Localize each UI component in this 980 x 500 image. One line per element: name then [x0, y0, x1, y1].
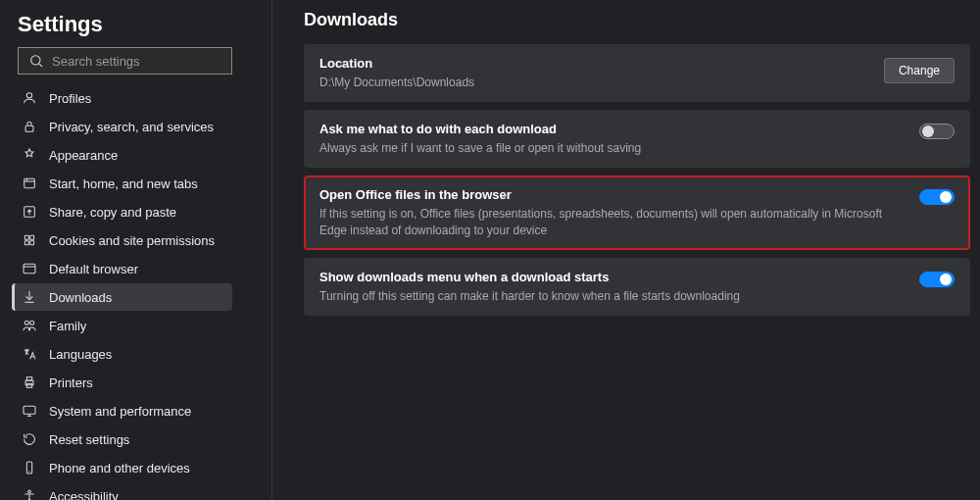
profile-icon	[22, 90, 37, 106]
search-input[interactable]	[52, 54, 221, 69]
setting-row-desc: Turning off this setting can make it har…	[319, 288, 906, 304]
sidebar-item-label: Cookies and site permissions	[49, 233, 215, 248]
sidebar-item-accessibility[interactable]: Accessibility	[12, 482, 232, 500]
sidebar-item-label: Family	[49, 319, 86, 333]
svg-rect-9	[30, 235, 34, 239]
svg-rect-11	[30, 241, 34, 245]
download-icon	[22, 289, 37, 305]
page-title: Downloads	[304, 4, 970, 44]
setting-row-action: Change	[884, 56, 955, 83]
svg-point-15	[30, 321, 34, 325]
sidebar-item-share[interactable]: Share, copy and paste	[12, 198, 232, 225]
sidebar-item-download[interactable]: Downloads	[12, 283, 232, 311]
sidebar-item-reset[interactable]: Reset settings	[12, 425, 232, 453]
setting-row: Show downloads menu when a download star…	[304, 258, 970, 316]
toggle-switch[interactable]	[919, 124, 955, 139]
setting-row-title: Open Office files in the browser	[319, 187, 906, 202]
svg-rect-10	[24, 241, 28, 245]
sidebar-item-profile[interactable]: Profiles	[12, 84, 232, 112]
svg-point-14	[24, 321, 28, 325]
toggle-switch[interactable]	[919, 189, 955, 205]
sidebar-item-appearance[interactable]: Appearance	[12, 141, 232, 169]
setting-row-title: Show downloads menu when a download star…	[319, 270, 906, 284]
setting-row-action	[919, 122, 955, 139]
share-icon	[22, 204, 37, 220]
sidebar-item-lock[interactable]: Privacy, search, and services	[12, 113, 232, 140]
svg-rect-8	[24, 235, 28, 239]
setting-row-action	[919, 270, 955, 287]
toggle-knob	[940, 191, 952, 203]
sidebar-item-label: Accessibility	[49, 489, 119, 501]
settings-rows: LocationD:\My Documents\DownloadsChangeA…	[304, 44, 970, 316]
setting-row-action	[919, 187, 955, 205]
lock-icon	[22, 119, 37, 134]
reset-icon	[22, 431, 37, 447]
sidebar-item-label: Default browser	[49, 262, 138, 276]
svg-point-0	[31, 56, 40, 65]
sidebar-item-family[interactable]: Family	[12, 312, 232, 339]
sidebar-item-label: Reset settings	[49, 432, 129, 447]
setting-row-title: Ask me what to do with each download	[319, 122, 906, 136]
printer-icon	[22, 375, 37, 390]
svg-line-1	[39, 64, 42, 67]
toggle-knob	[940, 274, 952, 285]
svg-rect-17	[26, 377, 31, 380]
toggle-knob	[922, 125, 934, 137]
svg-rect-18	[26, 383, 31, 387]
change-button[interactable]: Change	[884, 58, 955, 83]
system-icon	[22, 403, 37, 419]
sidebar-item-system[interactable]: System and performance	[12, 397, 232, 425]
accessibility-icon	[22, 488, 37, 500]
sidebar-item-label: Appearance	[49, 148, 118, 163]
sidebar-item-languages[interactable]: Languages	[12, 340, 232, 368]
startpage-icon	[22, 175, 37, 191]
svg-point-24	[28, 490, 31, 493]
toggle-switch[interactable]	[919, 272, 955, 287]
setting-row-text: LocationD:\My Documents\Downloads	[319, 56, 870, 90]
search-box[interactable]	[18, 47, 232, 75]
setting-row-text: Open Office files in the browserIf this …	[319, 187, 906, 237]
setting-row-desc: If this setting is on, Office files (pre…	[319, 206, 906, 237]
setting-row-text: Show downloads menu when a download star…	[319, 270, 906, 304]
setting-row: Ask me what to do with each downloadAlwa…	[304, 110, 970, 168]
svg-rect-19	[24, 406, 35, 414]
sidebar-item-label: Phone and other devices	[49, 461, 190, 475]
sidebar-item-cookies[interactable]: Cookies and site permissions	[12, 226, 232, 254]
sidebar-item-label: Profiles	[49, 91, 91, 106]
cookies-icon	[22, 232, 37, 248]
search-icon	[28, 53, 44, 69]
svg-point-2	[26, 93, 31, 98]
sidebar-item-browser[interactable]: Default browser	[12, 255, 232, 282]
setting-row-title: Location	[319, 56, 870, 71]
sidebar-item-printer[interactable]: Printers	[12, 369, 232, 396]
sidebar-item-label: Printers	[49, 375, 93, 390]
phone-icon	[22, 460, 37, 475]
settings-title: Settings	[12, 8, 271, 47]
appearance-icon	[22, 147, 37, 163]
sidebar-item-label: Share, copy and paste	[49, 205, 176, 220]
setting-row-desc: Always ask me if I want to save a file o…	[319, 140, 906, 156]
sidebar-item-label: Downloads	[49, 290, 112, 305]
sidebar: Settings ProfilesPrivacy, search, and se…	[0, 0, 272, 500]
sidebar-item-label: Privacy, search, and services	[49, 120, 214, 134]
sidebar-nav: ProfilesPrivacy, search, and servicesApp…	[12, 84, 271, 500]
main-panel: Downloads LocationD:\My Documents\Downlo…	[272, 0, 980, 500]
languages-icon	[22, 346, 37, 362]
setting-row-desc: D:\My Documents\Downloads	[319, 75, 870, 90]
sidebar-item-phone[interactable]: Phone and other devices	[12, 454, 232, 481]
sidebar-item-label: Start, home, and new tabs	[49, 176, 198, 191]
browser-icon	[22, 261, 37, 276]
setting-row: Open Office files in the browserIf this …	[304, 175, 970, 249]
sidebar-item-label: System and performance	[49, 404, 191, 419]
sidebar-item-startpage[interactable]: Start, home, and new tabs	[12, 170, 232, 197]
svg-rect-12	[24, 264, 35, 273]
setting-row-text: Ask me what to do with each downloadAlwa…	[319, 122, 906, 156]
svg-rect-4	[24, 178, 35, 187]
svg-rect-3	[25, 125, 33, 131]
sidebar-item-label: Languages	[49, 347, 112, 362]
family-icon	[22, 318, 37, 333]
setting-row: LocationD:\My Documents\DownloadsChange	[304, 44, 970, 102]
